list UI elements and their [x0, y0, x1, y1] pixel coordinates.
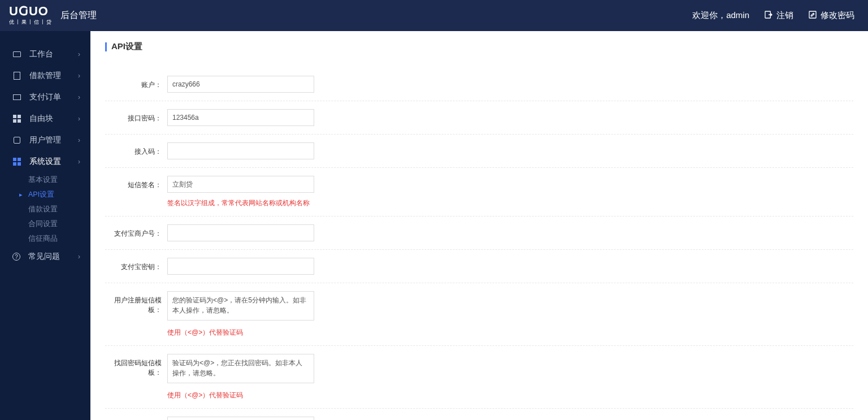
findpw-sms-textarea[interactable] — [167, 354, 314, 383]
access-code-label: 接入码： — [105, 142, 162, 157]
edit-icon — [808, 10, 817, 21]
row-approved-sms: 资料通过短信模板： 网站名称使用（<@sitename@>）代替，信用额度使用（… — [105, 409, 853, 420]
svg-rect-1 — [809, 11, 816, 18]
main-inner: API设置 账户： 接口密码： 接入码： 短信签名： 签名以汉字组成，常常代表网… — [90, 31, 868, 420]
chevron-right-icon: › — [78, 72, 80, 80]
sidebar-item-label: 支付订单 — [29, 92, 61, 102]
body-wrap: 工作台 › 借款管理 › 支付订单 › 自由块 › 用户管理 › 系统设置 › — [0, 31, 868, 420]
reg-sms-label: 用户注册短信模板： — [105, 291, 162, 315]
row-api-password: 接口密码： — [105, 101, 853, 135]
sidebar-item-label: 工作台 — [29, 49, 53, 59]
brand-title: 后台管理 — [60, 10, 97, 21]
row-access-code: 接入码： — [105, 135, 853, 168]
alipay-key-label: 支付宝密钥： — [105, 258, 162, 272]
header: UԌUO 优丨果丨信丨贷 后台管理 欢迎你，admin 注销 修改密码 — [0, 0, 868, 31]
sidebar-item-faq[interactable]: ? 常见问题 › — [0, 246, 90, 267]
sidebar-item-label: 用户管理 — [29, 135, 61, 145]
chevron-right-icon: › — [78, 136, 80, 144]
sidebar-item-label: 系统设置 — [29, 157, 61, 167]
main-content: API设置 账户： 接口密码： 接入码： 短信签名： 签名以汉字组成，常常代表网… — [90, 31, 868, 420]
chevron-right-icon: › — [78, 50, 80, 58]
sidebar-item-label: 自由块 — [29, 114, 53, 124]
brand-main: UԌUO — [9, 5, 53, 18]
header-right: 欢迎你，admin 注销 修改密码 — [692, 10, 854, 21]
sidebar-sub-label: 基本设置 — [28, 175, 58, 185]
sidebar-sub-label: 信征商品 — [28, 234, 58, 244]
sidebar-sub-label: 合同设置 — [28, 219, 58, 229]
chevron-right-icon: › — [78, 253, 80, 261]
sms-sign-label: 短信签名： — [105, 176, 162, 190]
account-label: 账户： — [105, 76, 162, 90]
card-icon — [12, 93, 21, 102]
logo-block: UԌUO 优丨果丨信丨贷 — [9, 5, 53, 26]
logout-label: 注销 — [776, 10, 793, 21]
sidebar-sub-api-settings[interactable]: API设置 — [0, 187, 90, 202]
logout-icon — [764, 10, 773, 21]
monitor-icon — [12, 50, 21, 59]
api-password-input[interactable] — [167, 109, 314, 126]
page-title: API设置 — [111, 41, 142, 52]
alipay-merchant-label: 支付宝商户号： — [105, 224, 162, 239]
question-icon: ? — [12, 253, 20, 261]
change-password-button[interactable]: 修改密码 — [808, 10, 854, 21]
grid-icon — [12, 114, 21, 123]
row-findpw-sms: 找回密码短信模板： 使用（<@>）代替验证码 — [105, 346, 853, 409]
chevron-right-icon: › — [78, 115, 80, 123]
title-bar-icon — [105, 42, 107, 51]
chevron-right-icon: › — [78, 93, 80, 101]
change-password-label: 修改密码 — [821, 10, 854, 21]
money-icon — [12, 71, 21, 80]
sidebar-sub-loan-settings[interactable]: 借款设置 — [0, 202, 90, 217]
sms-sign-hint: 签名以汉字组成，常常代表网站名称或机构名称 — [167, 198, 853, 208]
sidebar-item-label: 常见问题 — [28, 252, 60, 262]
access-code-input[interactable] — [167, 142, 314, 159]
alipay-key-input[interactable] — [167, 258, 314, 275]
findpw-sms-label: 找回密码短信模板： — [105, 354, 162, 378]
sidebar-item-loan-manage[interactable]: 借款管理 › — [0, 65, 90, 86]
logo-area: UԌUO 优丨果丨信丨贷 后台管理 — [9, 5, 97, 26]
sms-sign-input[interactable] — [167, 176, 314, 193]
sidebar: 工作台 › 借款管理 › 支付订单 › 自由块 › 用户管理 › 系统设置 › — [0, 31, 90, 420]
approved-sms-label: 资料通过短信模板： — [105, 417, 162, 420]
sidebar-item-pay-order[interactable]: 支付订单 › — [0, 86, 90, 108]
sidebar-item-system-settings[interactable]: 系统设置 › — [0, 151, 90, 172]
reg-sms-hint: 使用（<@>）代替验证码 — [167, 328, 853, 337]
api-password-label: 接口密码： — [105, 109, 162, 123]
sidebar-sub-basic-settings[interactable]: 基本设置 — [0, 172, 90, 187]
reg-sms-textarea[interactable] — [167, 291, 314, 321]
users-icon — [12, 136, 21, 145]
logout-button[interactable]: 注销 — [764, 10, 793, 21]
sidebar-sub-label: 借款设置 — [28, 205, 58, 214]
row-alipay-merchant: 支付宝商户号： — [105, 217, 853, 250]
welcome-text: 欢迎你，admin — [692, 10, 749, 21]
sidebar-item-label: 借款管理 — [29, 71, 61, 81]
row-reg-sms: 用户注册短信模板： 使用（<@>）代替验证码 — [105, 283, 853, 346]
sidebar-sub-credit-goods[interactable]: 信征商品 — [0, 231, 90, 246]
alipay-merchant-input[interactable] — [167, 224, 314, 241]
settings-icon — [12, 157, 21, 166]
findpw-sms-hint: 使用（<@>）代替验证码 — [167, 391, 853, 400]
brand-sub: 优丨果丨信丨贷 — [9, 19, 53, 26]
row-sms-sign: 短信签名： 签名以汉字组成，常常代表网站名称或机构名称 — [105, 168, 853, 217]
sidebar-item-free-block[interactable]: 自由块 › — [0, 108, 90, 129]
approved-sms-textarea[interactable] — [167, 417, 314, 420]
chevron-right-icon: › — [78, 158, 80, 166]
sidebar-sub-contract-settings[interactable]: 合同设置 — [0, 217, 90, 231]
sidebar-item-dashboard[interactable]: 工作台 › — [0, 44, 90, 65]
row-alipay-key: 支付宝密钥： — [105, 250, 853, 283]
row-account: 账户： — [105, 68, 853, 101]
page-title-wrap: API设置 — [105, 41, 853, 52]
sidebar-sub-label: API设置 — [28, 190, 54, 200]
sidebar-item-user-manage[interactable]: 用户管理 › — [0, 129, 90, 151]
account-input[interactable] — [167, 76, 314, 93]
